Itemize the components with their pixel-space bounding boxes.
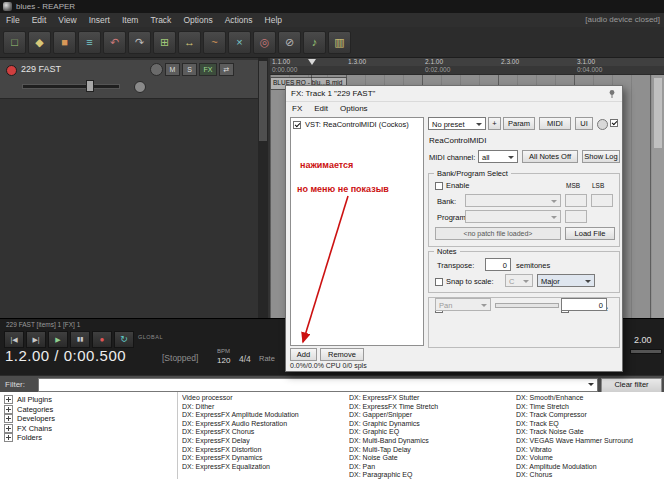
expander-icon[interactable] (4, 424, 13, 433)
track-panel-scrollbar-thumb[interactable] (259, 61, 267, 141)
expander-icon[interactable] (4, 395, 13, 404)
load-file-button[interactable]: Load File (565, 227, 615, 240)
menu-item[interactable]: Actions (219, 15, 259, 25)
pan-knob[interactable] (134, 81, 146, 93)
volume-fader-thumb[interactable] (86, 80, 94, 92)
record-arm-button[interactable] (6, 65, 17, 76)
bank-msb-field[interactable] (565, 194, 587, 207)
bypass-checkbox[interactable] (610, 119, 618, 127)
transport-button[interactable]: ● (92, 331, 112, 348)
ui-toggle-button[interactable]: UI (575, 117, 593, 130)
plugin-list-item[interactable]: DX: ExpressFX Delay (182, 437, 346, 446)
bank-enable-row[interactable]: Enable (435, 181, 469, 190)
tree-item[interactable]: Categories (4, 405, 177, 415)
plugin-list-item[interactable]: DX: Chorus (516, 471, 662, 479)
expander-icon[interactable] (4, 405, 13, 414)
time-signature[interactable]: 4/4 (239, 354, 251, 364)
transport-button[interactable]: |◀ (4, 331, 24, 348)
transport-button[interactable]: ↻ (114, 331, 134, 348)
toolbar-icon[interactable]: ▥ (328, 31, 351, 54)
fx-menu-item[interactable]: Options (334, 102, 374, 115)
arrange-scrollbar-thumb[interactable] (654, 78, 662, 148)
plugin-list-item[interactable]: DX: ExpressFX Stutter (349, 394, 513, 403)
transport-time-display[interactable]: 1.2.00 / 0:00.500 (5, 347, 126, 364)
bank-lsb-field[interactable] (591, 194, 613, 207)
plugin-list-item[interactable]: DX: ExpressFX Distortion (182, 446, 346, 455)
toolbar-icon[interactable]: ↔ (178, 31, 201, 54)
transport-button[interactable]: ▶ (48, 331, 68, 348)
remove-fx-button[interactable]: Remove (320, 348, 364, 361)
plugin-list-item[interactable]: DX: VEGAS Wave Hammer Surround (516, 437, 662, 446)
fx-button[interactable]: FX (199, 63, 217, 76)
all-notes-off-button[interactable]: All Notes Off (522, 150, 578, 163)
toolbar-icon[interactable]: □ (3, 31, 26, 54)
fx-enabled-checkbox[interactable] (293, 121, 301, 129)
wet-dry-knob-icon[interactable] (597, 119, 608, 130)
preset-dropdown[interactable]: No preset (428, 117, 486, 130)
plugin-list-item[interactable]: DX: Track Noise Gate (516, 428, 662, 437)
track-header[interactable]: 229 FAST M S FX ⇄ (0, 60, 258, 99)
solo-button[interactable]: S (182, 63, 197, 76)
plugin-list-item[interactable]: Video processor (182, 394, 346, 403)
menu-item[interactable]: Insert (83, 15, 116, 25)
toolbar-icon[interactable]: × (228, 31, 251, 54)
timeline-ruler-beats[interactable]: 1.1.001.3.002.1.002.3.003.1.00 (270, 58, 664, 66)
plugin-list-item[interactable]: DX: Graphic EQ (349, 428, 513, 437)
save-preset-button[interactable]: + (488, 117, 501, 130)
plugin-list-item[interactable]: DX: Multi-Band Dynamics (349, 437, 513, 446)
bpm-value[interactable]: 120 (217, 356, 230, 365)
tree-item[interactable]: FX Chains (4, 424, 177, 434)
cc-value-field[interactable]: 0 (561, 298, 607, 311)
menu-item[interactable]: Track (144, 15, 177, 25)
snap-to-scale-checkbox[interactable] (435, 278, 443, 286)
tree-item[interactable]: All Plugins (4, 395, 177, 405)
toolbar-icon[interactable]: ~ (203, 31, 226, 54)
menu-item[interactable]: Edit (26, 15, 53, 25)
menu-item[interactable]: Item (116, 15, 145, 25)
track-name[interactable]: 229 FAST (21, 64, 61, 74)
add-fx-button[interactable]: Add (290, 348, 317, 361)
timeline-ruler-times[interactable]: 0:00.0000:02.0000:04.000 (270, 66, 664, 75)
tree-item[interactable]: Developers (4, 414, 177, 424)
toolbar-icon[interactable]: ↶ (103, 31, 126, 54)
clear-filter-button[interactable]: Clear filter (601, 378, 662, 393)
plugin-list-item[interactable]: DX: Noise Gate (349, 454, 513, 463)
cc-slider[interactable] (495, 303, 559, 308)
filter-input[interactable] (38, 378, 598, 392)
cc-source-dropdown[interactable]: Pan (435, 298, 491, 311)
menu-item[interactable]: File (0, 15, 26, 25)
scale-type-dropdown[interactable]: Major (537, 274, 595, 287)
transpose-field[interactable]: 0 (485, 258, 511, 271)
plugin-list-item[interactable]: DX: ExpressFX Dynamics (182, 454, 346, 463)
transport-button[interactable]: ▮▮ (70, 331, 90, 348)
transport-button[interactable]: ▶| (26, 331, 46, 348)
mute-button[interactable]: M (165, 63, 180, 76)
fx-chain-item[interactable]: VST: ReaControlMIDI (Cockos) (291, 118, 423, 131)
tree-item[interactable]: Folders (4, 433, 177, 443)
expander-icon[interactable] (4, 414, 13, 423)
global-automation-label[interactable]: GLOBAL (138, 334, 163, 340)
pin-icon[interactable] (607, 89, 617, 99)
plugin-list-item[interactable]: DX: Smooth/Enhance (516, 394, 662, 403)
playrate-slider[interactable] (630, 349, 662, 354)
plugin-list-item[interactable]: DX: Track Compressor (516, 411, 662, 420)
toolbar-icon[interactable]: ↷ (128, 31, 151, 54)
menu-item[interactable]: Help (259, 15, 288, 25)
plugin-list-item[interactable]: DX: ExpressFX Equalization (182, 463, 346, 472)
param-button[interactable]: Param (503, 117, 535, 130)
volume-fader[interactable] (22, 84, 120, 89)
midi-channel-dropdown[interactable]: all (478, 150, 518, 163)
audio-device-status[interactable]: [audio device closed] (585, 13, 660, 27)
fx-menu-item[interactable]: Edit (308, 102, 334, 115)
plugin-list-item[interactable]: DX: ExpressFX Time Stretch (349, 403, 513, 412)
menu-item[interactable]: Options (177, 15, 218, 25)
toolbar-icon[interactable]: ≡ (78, 31, 101, 54)
program-number-field[interactable] (565, 210, 587, 223)
toolbar-icon[interactable]: ⊘ (278, 31, 301, 54)
plugin-list-item[interactable]: DX: Pan (349, 463, 513, 472)
toolbar-icon[interactable]: ⊞ (153, 31, 176, 54)
plugin-list-item[interactable]: DX: Vibrato (516, 446, 662, 455)
snap-to-scale-row[interactable]: Snap to scale: (435, 277, 494, 286)
plugin-list-item[interactable]: DX: ExpressFX Amplitude Modulation (182, 411, 346, 420)
expander-icon[interactable] (4, 433, 13, 442)
